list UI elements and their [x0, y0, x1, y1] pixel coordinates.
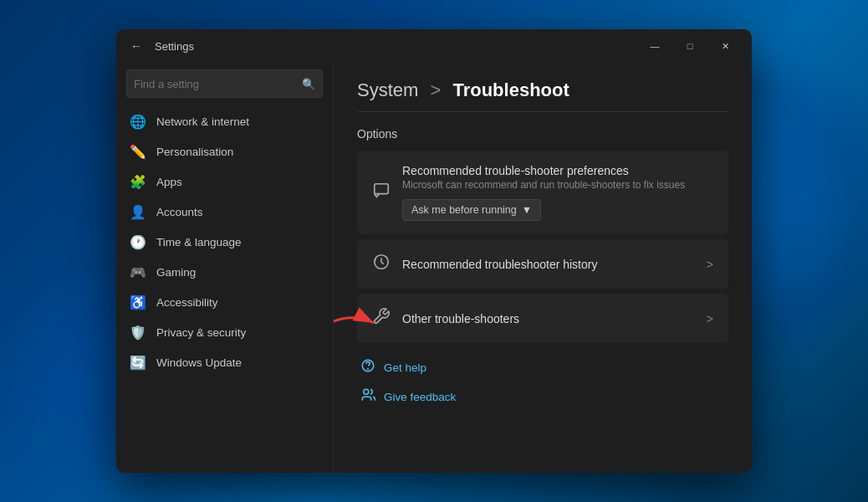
sidebar-item-accounts[interactable]: 👤 Accounts: [116, 197, 333, 227]
breadcrumb-separator: >: [430, 79, 446, 100]
sidebar: 🔍 🌐 Network & internet ✏️ Personalisatio…: [116, 63, 334, 473]
card-desc: Microsoft can recommend and run trouble-…: [402, 179, 713, 191]
sidebar-item-label: Time & language: [156, 236, 242, 248]
personalisation-icon: ✏️: [130, 143, 146, 160]
privacy-icon: 🛡️: [130, 324, 146, 341]
give-feedback-icon: [360, 387, 375, 407]
chevron-right-icon: >: [707, 312, 713, 325]
search-icon: 🔍: [302, 78, 315, 90]
card-row: Other trouble-shooters >: [372, 307, 713, 330]
card-recommended-prefs[interactable]: Recommended trouble-shooter preferences …: [357, 151, 728, 234]
get-help-link[interactable]: Get help: [360, 353, 725, 382]
sidebar-item-label: Network & internet: [156, 115, 249, 128]
chat-icon: [372, 182, 391, 204]
card-content: Recommended troubleshooter history: [402, 258, 695, 271]
card-title: Recommended troubleshooter history: [402, 258, 695, 271]
search-box[interactable]: 🔍: [126, 69, 323, 98]
title-bar-left: ← Settings: [126, 36, 194, 56]
gaming-icon: 🎮: [130, 264, 146, 280]
sidebar-item-gaming[interactable]: 🎮 Gaming: [116, 257, 333, 287]
get-help-label: Get help: [384, 361, 426, 374]
give-feedback-link[interactable]: Give feedback: [360, 382, 725, 412]
accessibility-icon: ♿: [130, 294, 146, 310]
page-header: System > Troubleshoot: [357, 79, 728, 112]
card-title: Recommended trouble-shooter preferences: [402, 164, 713, 177]
breadcrumb-current: Troubleshoot: [452, 79, 569, 100]
wrench-icon: [372, 307, 391, 330]
card-row: Recommended troubleshooter history >: [372, 253, 713, 275]
card-title: Other trouble-shooters: [402, 312, 695, 325]
sidebar-item-label: Gaming: [156, 266, 196, 279]
network-icon: 🌐: [130, 113, 146, 130]
svg-point-5: [364, 389, 369, 394]
dropdown-label: Ask me before running: [411, 204, 517, 216]
get-help-icon: [360, 358, 375, 377]
card-content: Recommended trouble-shooter preferences …: [402, 164, 713, 221]
search-input[interactable]: [134, 78, 302, 90]
minimize-button[interactable]: —: [638, 33, 671, 59]
update-icon: 🔄: [130, 354, 146, 371]
sidebar-item-update[interactable]: 🔄 Windows Update: [116, 347, 333, 377]
chevron-right-icon: >: [707, 258, 713, 271]
back-button[interactable]: ←: [126, 36, 146, 56]
sidebar-item-time[interactable]: 🕐 Time & language: [116, 227, 333, 257]
chevron-down-icon: ▼: [522, 204, 532, 216]
svg-point-4: [368, 368, 369, 369]
content-area: 🔍 🌐 Network & internet ✏️ Personalisatio…: [116, 63, 752, 473]
apps-icon: 🧩: [130, 173, 146, 190]
give-feedback-label: Give feedback: [384, 391, 456, 403]
sidebar-item-network[interactable]: 🌐 Network & internet: [116, 106, 333, 136]
breadcrumb-parent: System: [357, 79, 418, 100]
maximize-button[interactable]: □: [673, 33, 707, 59]
window-title: Settings: [155, 40, 194, 53]
sidebar-item-label: Accessibility: [156, 296, 218, 309]
accounts-icon: 👤: [130, 203, 146, 220]
settings-window: ← Settings — □ ✕ 🔍 🌐 Network & internet …: [116, 29, 752, 473]
svg-rect-0: [375, 183, 389, 193]
sidebar-item-apps[interactable]: 🧩 Apps: [116, 166, 333, 197]
header-divider: [357, 111, 728, 112]
sidebar-item-label: Privacy & security: [156, 326, 246, 339]
section-options-label: Options: [357, 127, 728, 141]
breadcrumb: System > Troubleshoot: [357, 79, 728, 101]
sidebar-item-label: Apps: [156, 176, 182, 188]
sidebar-item-accessibility[interactable]: ♿ Accessibility: [116, 287, 333, 317]
sidebar-item-label: Personalisation: [156, 146, 233, 158]
card-row: Recommended trouble-shooter preferences …: [372, 164, 713, 221]
sidebar-item-label: Windows Update: [156, 356, 242, 369]
title-bar: ← Settings — □ ✕: [116, 29, 752, 63]
main-content: System > Troubleshoot Options: [334, 63, 752, 473]
close-button[interactable]: ✕: [708, 33, 742, 59]
card-other[interactable]: Other trouble-shooters >: [357, 294, 728, 343]
ask-me-dropdown[interactable]: Ask me before running ▼: [402, 199, 541, 221]
title-bar-controls: — □ ✕: [638, 33, 742, 59]
card-history[interactable]: Recommended troubleshooter history >: [357, 239, 728, 289]
time-icon: 🕐: [130, 233, 146, 250]
sidebar-item-personalisation[interactable]: ✏️ Personalisation: [116, 136, 333, 166]
links-area: Get help Give feedback: [357, 353, 728, 412]
sidebar-item-label: Accounts: [156, 206, 203, 218]
sidebar-item-privacy[interactable]: 🛡️ Privacy & security: [116, 317, 333, 347]
card-content: Other trouble-shooters: [402, 312, 695, 325]
history-icon: [372, 253, 391, 275]
